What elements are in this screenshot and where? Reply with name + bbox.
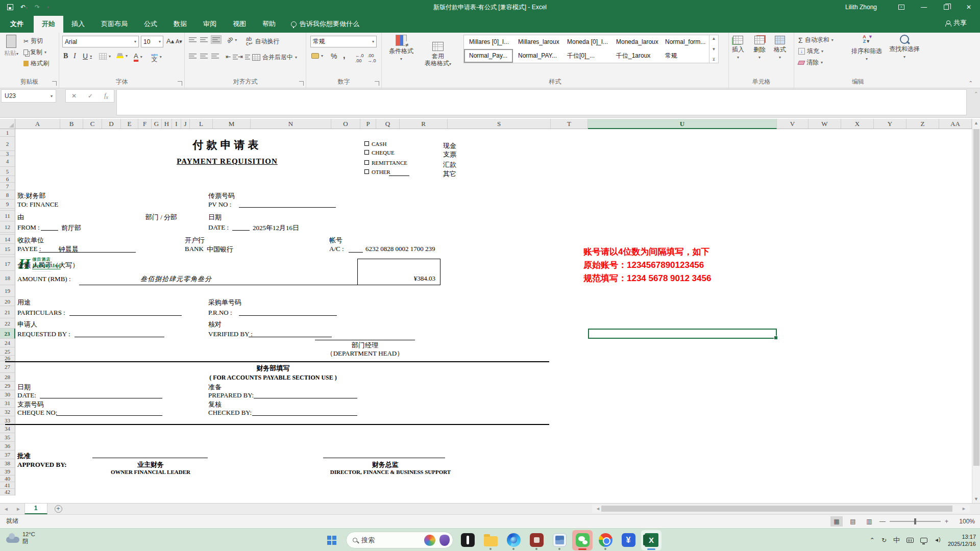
- alignment-dialog-launcher[interactable]: [299, 81, 304, 86]
- fill-button[interactable]: ↓ 填充 ▾: [798, 47, 823, 56]
- insert-cells-button[interactable]: 插入▾: [732, 36, 744, 61]
- ime-mode-indicator[interactable]: 中: [893, 536, 900, 545]
- row-header-26[interactable]: 26: [0, 356, 15, 361]
- format-painter-button[interactable]: 格式刷: [23, 59, 49, 68]
- row-header-11[interactable]: 11: [0, 211, 15, 221]
- tab-审阅[interactable]: 审阅: [195, 16, 225, 33]
- row-header-35[interactable]: 35: [0, 433, 15, 442]
- zoom-out-button[interactable]: —: [879, 518, 886, 525]
- checkbox-remittance[interactable]: [364, 160, 369, 165]
- column-header-N[interactable]: N: [251, 119, 331, 129]
- wechat[interactable]: [572, 530, 593, 550]
- phonetic-guide-button[interactable]: wén文▾: [151, 52, 162, 61]
- shrink-font-button[interactable]: A▾: [176, 38, 182, 45]
- checkbox-cheque[interactable]: [364, 150, 369, 155]
- style-item[interactable]: Normal_Pay...: [465, 50, 512, 62]
- column-header-O[interactable]: O: [331, 119, 360, 129]
- row-header-33[interactable]: 33: [0, 416, 15, 424]
- row-header-12[interactable]: 12: [0, 221, 15, 233]
- chrome-browser[interactable]: [595, 530, 616, 550]
- comma-style-button[interactable]: ,: [343, 51, 345, 60]
- formula-enter-icon[interactable]: ✓: [88, 92, 93, 99]
- wrap-text-button[interactable]: abc↵ 自动换行: [246, 37, 279, 46]
- save-icon[interactable]: [7, 4, 13, 10]
- ribbon-display-options-button[interactable]: ^: [890, 0, 913, 14]
- vertical-scrollbar[interactable]: ▲▼: [972, 119, 980, 503]
- checkbox-other[interactable]: [364, 169, 369, 174]
- row-header-28[interactable]: 28: [0, 373, 15, 382]
- tab-插入[interactable]: 插入: [63, 16, 93, 33]
- column-header-Q[interactable]: Q: [376, 119, 400, 129]
- column-header-J[interactable]: J: [181, 119, 190, 129]
- sort-filter-button[interactable]: A▼Z▼ 排序和筛选▾: [851, 35, 882, 63]
- bold-button[interactable]: B: [63, 52, 68, 60]
- row-header-27[interactable]: 27: [0, 361, 15, 373]
- increase-indent-button[interactable]: ⇥: [238, 53, 250, 60]
- paste-button[interactable]: 粘贴▾: [4, 35, 18, 58]
- number-dialog-launcher[interactable]: [375, 81, 379, 86]
- style-item[interactable]: Moneda [0]_I...: [563, 36, 610, 48]
- row-header-41[interactable]: 41: [0, 482, 15, 489]
- app-dark[interactable]: [457, 530, 478, 550]
- decrease-indent-button[interactable]: ⇤: [226, 53, 238, 60]
- start-button[interactable]: [322, 530, 342, 550]
- font-color-button[interactable]: A▾: [134, 52, 142, 62]
- column-header-B[interactable]: B: [60, 119, 83, 129]
- column-header-D[interactable]: D: [102, 119, 121, 129]
- styles-gallery-scroll[interactable]: ▲▼⊻: [709, 35, 718, 63]
- row-header-22[interactable]: 22: [0, 318, 15, 329]
- style-item[interactable]: Millares_laroux: [514, 36, 561, 48]
- column-header-C[interactable]: C: [83, 119, 102, 129]
- checkbox-cash[interactable]: [364, 141, 369, 146]
- format-as-table-button[interactable]: 套用 表格格式▾: [425, 35, 451, 68]
- row-header-1[interactable]: 1: [0, 129, 15, 137]
- tray-clock[interactable]: 13:172025/12/16: [948, 533, 976, 547]
- row-header-36[interactable]: 36: [0, 442, 15, 450]
- row-header-38[interactable]: 38: [0, 459, 15, 468]
- number-format-select[interactable]: 常规▾: [310, 36, 377, 47]
- column-header-M[interactable]: M: [213, 119, 251, 129]
- selected-cell-u23[interactable]: [588, 329, 777, 339]
- row-header-39[interactable]: 39: [0, 468, 15, 475]
- volume-icon[interactable]: [934, 537, 941, 543]
- horizontal-scrollbar[interactable]: ◄ ►: [592, 505, 970, 513]
- minimize-button[interactable]: —: [913, 0, 935, 14]
- merge-center-button[interactable]: 合并后居中 ▾: [252, 53, 297, 62]
- row-header-4[interactable]: 4: [0, 156, 15, 167]
- page-layout-view-button[interactable]: ▤: [847, 516, 859, 527]
- align-right-button[interactable]: [211, 53, 219, 59]
- column-header-U[interactable]: U: [588, 119, 777, 129]
- row-header-31[interactable]: 31: [0, 399, 15, 408]
- column-header-P[interactable]: P: [360, 119, 376, 129]
- font-dialog-launcher[interactable]: [178, 81, 182, 86]
- row-header-8[interactable]: 8: [0, 190, 15, 199]
- column-header-F[interactable]: F: [138, 119, 152, 129]
- collapse-ribbon-button[interactable]: ⌃: [969, 80, 973, 86]
- column-header-I[interactable]: I: [172, 119, 181, 129]
- column-header-V[interactable]: V: [777, 119, 808, 129]
- align-top-button[interactable]: [189, 37, 197, 42]
- row-header-29[interactable]: 29: [0, 382, 15, 390]
- column-header-S[interactable]: S: [448, 119, 551, 129]
- clear-button[interactable]: 清除 ▾: [798, 58, 823, 67]
- insert-function-icon[interactable]: fx: [104, 92, 108, 100]
- row-header-15[interactable]: 15: [0, 244, 15, 255]
- tab-页面布局[interactable]: 页面布局: [93, 16, 136, 33]
- row-header-25[interactable]: 25: [0, 347, 15, 356]
- sheet-nav-right-icon[interactable]: ►: [12, 506, 24, 512]
- row-header-5[interactable]: 5: [0, 167, 15, 176]
- tab-数据[interactable]: 数据: [165, 16, 195, 33]
- formula-cancel-icon[interactable]: ✕: [71, 92, 77, 99]
- format-cells-button[interactable]: 格式▾: [774, 36, 786, 61]
- row-header-30[interactable]: 30: [0, 390, 15, 399]
- app-red[interactable]: [526, 530, 547, 550]
- underline-button[interactable]: U ▾: [83, 52, 92, 60]
- row-header-3[interactable]: 3: [0, 151, 15, 156]
- row-header-37[interactable]: 37: [0, 450, 15, 459]
- tab-公式[interactable]: 公式: [136, 16, 165, 33]
- tab-开始[interactable]: 开始: [34, 16, 63, 33]
- taskbar-weather[interactable]: 12°C阴: [6, 531, 35, 545]
- autosum-button[interactable]: Σ 自动求和 ▾: [798, 36, 834, 44]
- restore-button[interactable]: [935, 0, 958, 14]
- align-bottom-button[interactable]: [211, 36, 221, 43]
